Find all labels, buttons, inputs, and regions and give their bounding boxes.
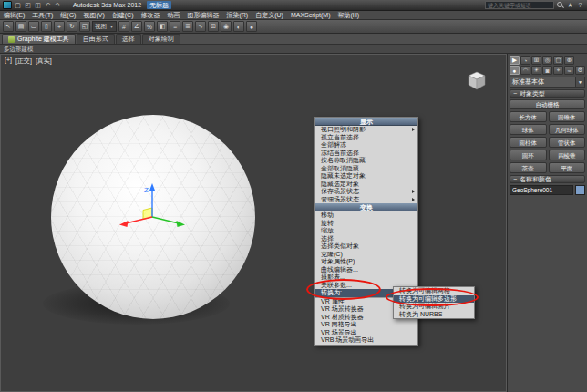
max-logo-icon[interactable]: [3, 1, 12, 9]
menu-item-clone[interactable]: 克隆(C): [315, 251, 417, 259]
rollout-object-type[interactable]: − 对象类型: [510, 89, 585, 98]
menu-item-select[interactable]: 选择: [315, 235, 417, 243]
shapes-category-icon[interactable]: ◠: [520, 66, 530, 75]
viewport-shading-menu[interactable]: [真实]: [36, 57, 52, 66]
object-color-swatch[interactable]: [575, 185, 585, 195]
menu-views[interactable]: 视图(V): [79, 11, 108, 20]
create-tab-icon[interactable]: ▶: [510, 56, 520, 65]
mirror-icon[interactable]: ◧: [157, 21, 168, 32]
viewport-general-menu[interactable]: [+]: [5, 57, 12, 66]
render-setup-icon[interactable]: ◐: [233, 21, 244, 32]
teapot-button[interactable]: 茶壶: [510, 162, 547, 173]
torus-button[interactable]: 圆环: [510, 150, 547, 160]
geometry-category-icon[interactable]: ●: [510, 66, 520, 75]
cameras-category-icon[interactable]: ◙: [542, 66, 552, 75]
menu-item-manage-scene-states[interactable]: 管理场景状态: [315, 196, 417, 204]
select-by-name-icon[interactable]: ▤: [15, 21, 26, 32]
menu-item-save-scene-state[interactable]: 保存场景状态: [315, 188, 417, 196]
pyramid-button[interactable]: 四棱锥: [549, 150, 586, 160]
cylinder-button[interactable]: 圆柱体: [510, 137, 547, 148]
search-icon[interactable]: [556, 1, 564, 9]
collapsed-panel-polygon-modeling[interactable]: 多边形建模: [0, 45, 587, 54]
angle-snap-icon[interactable]: ∠: [131, 21, 142, 32]
menu-rendering[interactable]: 渲染(R): [222, 11, 252, 20]
reference-coordinate-dropdown[interactable]: 视图 ▼: [92, 21, 117, 32]
menu-item-object-properties[interactable]: 对象属性(P): [315, 258, 417, 266]
tab-object-paint[interactable]: 对象绘制: [142, 34, 180, 44]
menu-item-select-similar[interactable]: 选择类似对象: [315, 242, 417, 251]
systems-category-icon[interactable]: ⚙: [575, 66, 585, 75]
submenu-item-editable-mesh[interactable]: 转换为可编辑网格: [394, 287, 474, 295]
select-move-icon[interactable]: +: [54, 21, 65, 32]
geosphere-button[interactable]: 几何球体: [549, 124, 586, 135]
menu-item-dope-sheet[interactable]: 摄影表...: [315, 273, 417, 282]
menu-item-scale[interactable]: 缩放: [315, 227, 417, 235]
help-icon[interactable]: ?: [576, 1, 584, 9]
box-button[interactable]: 长方体: [510, 111, 547, 122]
select-rotate-icon[interactable]: ↻: [67, 21, 77, 32]
space-warps-category-icon[interactable]: ≈: [564, 66, 574, 75]
tab-graphite-modeling[interactable]: Graphite 建模工具: [2, 34, 76, 44]
layer-manager-icon[interactable]: ≣: [182, 21, 193, 32]
menu-help[interactable]: 帮助(H): [334, 11, 363, 20]
save-file-icon[interactable]: ◫: [34, 1, 42, 9]
modify-tab-icon[interactable]: ◔: [520, 56, 530, 65]
curve-editor-icon[interactable]: ∿: [195, 21, 206, 32]
open-file-icon[interactable]: ◰: [24, 1, 32, 9]
snaps-toggle-icon[interactable]: #: [118, 21, 129, 32]
submenu-item-editable-patch[interactable]: 转换为可编辑面片: [394, 303, 474, 311]
plane-button[interactable]: 平面: [549, 162, 586, 173]
motion-tab-icon[interactable]: ◎: [542, 56, 552, 65]
select-object-icon[interactable]: ↖: [3, 21, 14, 32]
menu-graph-editors[interactable]: 图形编辑器: [183, 11, 222, 20]
tab-freeform[interactable]: 自由形式: [77, 34, 115, 44]
submenu-item-nurbs[interactable]: 转换为 NURBS: [394, 311, 474, 319]
geometry-category-dropdown[interactable]: 标准基本体 ▼: [510, 77, 585, 88]
infocenter-star-icon[interactable]: ★: [566, 1, 574, 9]
viewport-pov-menu[interactable]: [正交]: [15, 57, 32, 66]
align-icon[interactable]: ≡: [170, 21, 180, 32]
menu-item-rotate[interactable]: 旋转: [315, 220, 417, 228]
sphere-button[interactable]: 球体: [510, 124, 547, 135]
menu-item-unhide-all[interactable]: 全部取消隐藏: [315, 165, 417, 173]
undo-icon[interactable]: ↶: [44, 1, 52, 9]
menu-customize[interactable]: 自定义(U): [252, 11, 287, 20]
autogrid-button[interactable]: 自动栅格: [510, 99, 585, 109]
viewcube[interactable]: [465, 68, 489, 92]
window-crossing-icon[interactable]: ▯: [41, 21, 52, 32]
menu-item-isolate-selection[interactable]: 孤立当前选择: [315, 134, 417, 142]
menu-group[interactable]: 组(G): [57, 11, 79, 20]
menu-item-vray-scene-export[interactable]: VR 场景导出: [315, 329, 417, 337]
tab-selection[interactable]: 选择: [116, 34, 141, 44]
menu-edit[interactable]: 编辑(E): [0, 11, 28, 20]
lights-category-icon[interactable]: ☀: [531, 66, 541, 75]
menu-item-freeze-selection[interactable]: 冻结当前选择: [315, 150, 417, 158]
new-scene-icon[interactable]: ▢: [14, 1, 22, 9]
menu-animation[interactable]: 动画: [163, 11, 183, 20]
menu-item-move[interactable]: 移动: [315, 211, 417, 220]
percent-snap-icon[interactable]: %: [144, 21, 155, 32]
menu-item-hide-selection[interactable]: 隐藏选定对象: [315, 181, 417, 189]
selection-region-icon[interactable]: ▭: [28, 21, 39, 32]
menu-item-unhide-by-name[interactable]: 按名称取消隐藏: [315, 157, 417, 165]
cone-button[interactable]: 圆锥体: [549, 111, 586, 122]
menu-item-vray-mesh-export[interactable]: VR 网格导出: [315, 321, 417, 329]
rollout-name-and-color[interactable]: − 名称和颜色: [510, 175, 585, 183]
tube-button[interactable]: 管状体: [549, 137, 586, 148]
orthographic-viewport[interactable]: [+] [正交] [真实] Z: [0, 54, 507, 392]
schematic-view-icon[interactable]: ⊞: [208, 21, 219, 32]
select-scale-icon[interactable]: ◱: [79, 21, 90, 32]
material-editor-icon[interactable]: ◉: [221, 21, 232, 32]
move-gizmo[interactable]: Z: [114, 181, 191, 239]
menu-item-curve-editor[interactable]: 曲线编辑器...: [315, 266, 417, 274]
menu-item-viewport-lighting[interactable]: 视口照明和阴影: [315, 126, 417, 134]
hierarchy-tab-icon[interactable]: ⊞: [531, 56, 541, 65]
menu-item-vrb-scene-anim-export[interactable]: VRB 场景动画导出: [315, 336, 417, 345]
menu-modifiers[interactable]: 修改器: [137, 11, 163, 20]
render-icon[interactable]: ●: [246, 21, 257, 32]
menu-create[interactable]: 创建(C): [108, 11, 138, 20]
redo-icon[interactable]: ↷: [54, 1, 62, 9]
submenu-item-editable-poly[interactable]: 转换为可编辑多边形: [394, 295, 474, 304]
helpers-category-icon[interactable]: ⌖: [553, 66, 563, 75]
utilities-tab-icon[interactable]: ⊕: [564, 56, 574, 65]
